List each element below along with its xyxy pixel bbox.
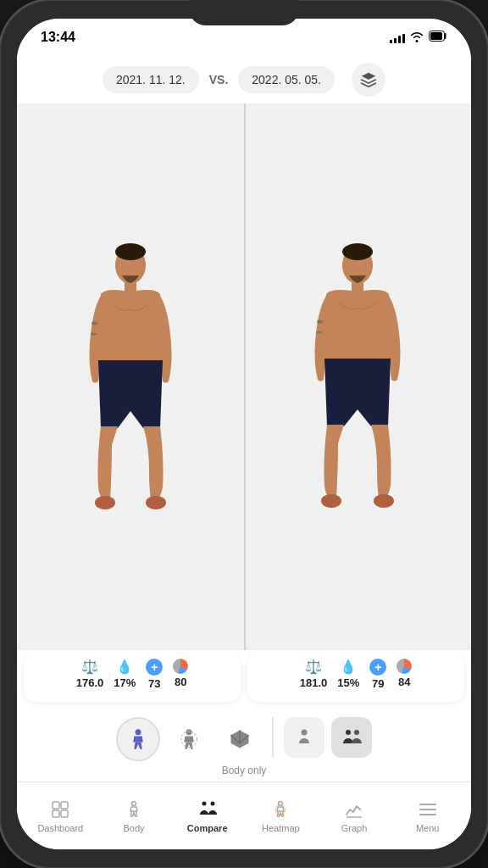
left-fat-stat: 💧 17% [114,659,136,690]
date-right[interactable]: 2022. 05. 05. [238,66,335,93]
menu-icon [418,799,438,820]
date-comparison-bar: 2021. 11. 12. VS. 2022. 05. 05. [17,56,471,103]
left-body-figure [75,242,186,513]
body-comparison-area [17,103,471,650]
3d-toggle[interactable] [218,717,262,761]
dual-compare-group [331,717,372,758]
pie-chart-icon [173,659,188,674]
right-figure-container [244,103,471,650]
fat-icon: 💧 [116,659,133,675]
left-weight-stat: ⚖️ 176.0 [76,659,104,690]
tab-graph-label: Graph [341,823,368,833]
toggle-divider [272,717,274,758]
left-plus-value: 73 [148,677,160,690]
tab-bar: Dashboard Body [17,782,471,849]
right-pie-value: 84 [398,676,410,688]
view-toggles-row [17,709,471,765]
svg-point-5 [95,496,115,509]
scan-body-icon [177,727,201,751]
left-body-half [17,103,244,650]
svg-point-6 [146,496,166,509]
tab-dashboard[interactable]: Dashboard [24,793,97,840]
svg-point-24 [210,801,214,805]
svg-point-10 [321,494,341,508]
left-plus-stat: + 73 [146,659,163,690]
tab-heatmap[interactable]: Heatmap [244,793,318,840]
tab-graph[interactable]: Graph [318,793,391,840]
right-weight-stat: ⚖️ 181.0 [300,659,328,690]
scan-toggle-group [167,717,211,761]
left-pie-value: 80 [175,676,186,688]
svg-rect-20 [53,810,59,817]
tab-body[interactable]: Body [97,793,171,840]
phone-screen: 13:44 [17,19,471,849]
notch [189,0,299,25]
tab-menu[interactable]: Menu [391,793,464,840]
svg-rect-19 [61,802,68,809]
tab-menu-label: Menu [416,823,440,833]
left-weight-value: 176.0 [76,676,104,689]
svg-point-23 [202,801,206,805]
right-plus-stat: + 79 [369,659,386,690]
single-compare-button[interactable] [284,717,324,758]
status-time: 13:44 [41,30,75,45]
svg-point-16 [346,730,351,735]
weight-icon-right: ⚖️ [305,659,322,675]
left-fat-value: 17% [114,676,136,689]
comparison-divider [244,103,246,650]
single-person-icon [294,727,314,748]
pie-chart-icon-right [396,659,412,674]
main-content: 2021. 11. 12. VS. 2022. 05. 05. [17,56,471,849]
left-stats-card: ⚖️ 176.0 💧 17% + 73 [24,650,241,702]
dashboard-icon [50,799,70,820]
right-pie-stat: 84 [396,659,412,690]
left-stat-icons-row: ⚖️ 176.0 💧 17% + 73 [76,659,189,690]
date-left[interactable]: 2021. 11. 12. [103,66,199,93]
left-figure-container [17,103,244,650]
right-stat-icons-row: ⚖️ 181.0 💧 15% + 79 [300,659,413,690]
svg-point-3 [115,243,146,260]
svg-point-17 [354,730,359,735]
bottom-controls: Body only [17,709,471,782]
svg-rect-18 [53,802,59,809]
tab-heatmap-label: Heatmap [262,823,300,833]
tab-compare[interactable]: Compare [170,793,244,840]
left-pie-stat: 80 [173,659,188,690]
svg-point-11 [374,494,394,508]
dual-person-icon [340,727,363,748]
compare-icon [196,799,219,820]
right-plus-value: 79 [372,677,384,690]
layers-button[interactable] [352,63,385,97]
svg-point-22 [132,801,136,805]
right-body-half [244,103,471,650]
body-icon [124,799,144,820]
right-body-figure [302,242,413,513]
body-only-toggle-group [116,717,160,761]
battery-icon [429,30,447,45]
plus-circle-icon-right: + [369,659,386,676]
svg-point-12 [136,729,141,735]
right-fat-value: 15% [337,676,359,689]
wifi-icon [410,31,424,45]
right-weight-value: 181.0 [300,676,328,689]
plus-circle-icon: + [146,659,163,676]
single-compare-group [284,717,324,758]
svg-point-13 [186,729,192,735]
body-only-toggle[interactable] [116,717,160,761]
fat-icon-right: 💧 [340,659,357,675]
dual-compare-button[interactable] [331,717,372,758]
scan-toggle[interactable] [167,717,211,761]
vs-label: VS. [209,73,229,86]
cube-icon [228,727,252,751]
3d-toggle-group [218,717,262,761]
tab-compare-label: Compare [187,823,228,833]
right-stats-card: ⚖️ 181.0 💧 15% + 79 [247,650,464,702]
right-fat-stat: 💧 15% [337,659,359,690]
body-only-label: Body only [17,765,471,782]
svg-point-8 [342,243,373,260]
svg-rect-21 [61,810,68,817]
graph-icon [344,799,364,820]
signal-icon [390,31,405,43]
svg-point-15 [302,730,308,736]
weight-icon: ⚖️ [81,659,98,675]
